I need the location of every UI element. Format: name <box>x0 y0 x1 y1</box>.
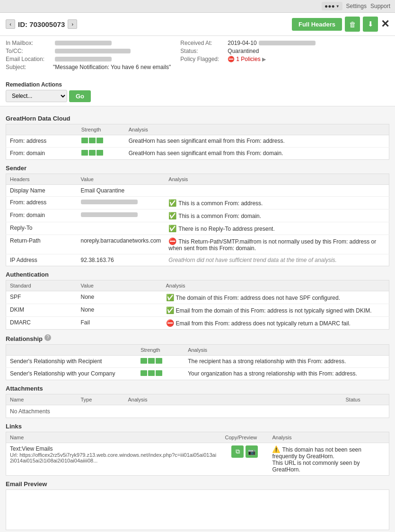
relationship-help-icon[interactable]: ? <box>44 334 51 341</box>
row-analysis: The recipient has a strong relationship … <box>184 356 389 368</box>
full-headers-button[interactable]: Full Headers <box>292 18 342 31</box>
att-col-analysis: Analysis <box>124 394 342 405</box>
strength-block <box>156 370 162 376</box>
italic-analysis: GreatHorn did not have sufficient trend … <box>168 257 337 263</box>
row-analysis: GreatHorn did not have sufficient trend … <box>165 254 389 266</box>
email-preview-title: Email Preview <box>6 480 389 488</box>
row-header: Return-Path <box>6 235 77 254</box>
prev-arrow[interactable]: ‹ <box>6 19 15 29</box>
no-attachments-text: No Attachments <box>6 405 389 418</box>
links-title: Links <box>6 423 389 430</box>
policy-error-icon: ⛔ <box>228 56 235 62</box>
remediation-select[interactable]: Select... <box>6 90 67 102</box>
row-label: From: address <box>6 135 78 148</box>
sender-col-analysis: Analysis <box>165 174 389 185</box>
table-row: SPF None ✅The domain of this From: addre… <box>6 291 389 304</box>
check-icon: ✅ <box>166 294 174 301</box>
table-row: Display Name Email Quarantine <box>6 185 389 197</box>
strength-block <box>140 370 147 376</box>
trash-button[interactable]: 🗑 <box>345 17 360 32</box>
strength-block <box>148 370 155 376</box>
row-analysis: ⛔Email from this From: address does not … <box>162 317 389 330</box>
row-header: Reply-To <box>6 222 77 235</box>
links-table: Name Copy/Preview Analysis Text:View Ema… <box>6 432 389 476</box>
strength-block <box>140 358 147 364</box>
links-col-copy: Copy/Preview <box>221 432 268 443</box>
download-button[interactable]: ⬇ <box>363 17 378 32</box>
error-icon: ⛔ <box>168 237 176 245</box>
to-cc-label: To/CC: <box>6 48 53 54</box>
user-dropdown[interactable]: ●●● ▼ <box>322 2 342 10</box>
greathorn-cloud-table: Strength Analysis From: address GreatHor… <box>6 124 389 160</box>
strength-block <box>81 150 88 156</box>
row-analysis: GreatHorn has seen significant email fro… <box>125 148 389 160</box>
row-standard: SPF <box>6 291 77 304</box>
received-at-label: Received At: <box>180 40 228 46</box>
link-name-cell: Text:View Emails Url: https://officex2rz… <box>6 443 221 476</box>
row-value: None <box>77 304 162 317</box>
sender-title: Sender <box>6 165 389 172</box>
remediation-label: Remediation Actions <box>6 81 91 88</box>
row-label: Sender's Relationship with your Company <box>6 368 137 380</box>
row-analysis: ✅The domain of this From: address does n… <box>162 291 389 304</box>
row-value <box>77 209 165 222</box>
strength-block <box>156 358 162 364</box>
support-link[interactable]: Support <box>370 3 390 9</box>
row-value: None <box>77 291 162 304</box>
policy-arrow-icon: ▶ <box>262 56 266 62</box>
att-col-status: Status <box>342 394 389 405</box>
preview-link-button[interactable]: 📷 <box>246 445 258 458</box>
row-analysis: ⛔This Return-Path/SMTP.mailfrom is not n… <box>165 235 389 254</box>
table-row: Sender's Relationship with your Company … <box>6 368 389 380</box>
copy-link-button[interactable]: ⧉ <box>231 445 244 458</box>
record-id: ID: 703005073 <box>18 20 65 28</box>
authentication-table: Standard Value Analysis SPF None ✅The do… <box>6 280 389 330</box>
content-area: GreatHorn Data Cloud Strength Analysis F… <box>0 106 395 532</box>
check-icon: ✅ <box>168 225 176 232</box>
att-col-type: Type <box>77 394 124 405</box>
error-icon: ⛔ <box>166 319 174 327</box>
col-blank-1 <box>6 124 78 135</box>
remediation-section: Remediation Actions Select... Go <box>6 81 91 102</box>
settings-link[interactable]: Settings <box>346 3 367 9</box>
warn-icon: ⚠️ <box>272 445 280 453</box>
rel-col-blank <box>6 345 137 356</box>
sender-col-headers: Headers <box>6 174 77 185</box>
go-button[interactable]: Go <box>69 90 91 102</box>
link-analysis-text: This domain has not been seen frequently… <box>272 446 361 473</box>
auth-col-value: Value <box>77 280 162 291</box>
table-row: Sender's Relationship with Recipient The… <box>6 356 389 368</box>
subject-label: Subject: <box>6 64 53 70</box>
row-strength <box>137 368 184 380</box>
in-mailbox-label: In Mailbox: <box>6 40 53 46</box>
strength-block <box>148 358 155 364</box>
check-icon: ✅ <box>168 199 176 207</box>
row-value <box>77 222 165 235</box>
in-mailbox-value <box>55 41 112 45</box>
strength-block <box>97 138 103 143</box>
attachments-title: Attachments <box>6 385 389 392</box>
download-icon: ⬇ <box>368 20 374 28</box>
relationship-title: Relationship <box>6 335 43 342</box>
row-value: noreply.barracudanetworks.com <box>77 235 165 254</box>
row-value: Email Quarantine <box>77 185 165 197</box>
next-arrow[interactable]: › <box>68 19 77 29</box>
att-col-name: Name <box>6 394 77 405</box>
row-header: From: address <box>6 197 77 209</box>
close-button[interactable]: ✕ <box>381 18 389 30</box>
row-analysis: ✅This is a common From: address. <box>165 197 389 209</box>
rel-col-strength: Strength <box>137 345 184 356</box>
row-analysis: GreatHorn has seen significant email fro… <box>125 135 389 148</box>
row-standard: DKIM <box>6 304 77 317</box>
row-analysis: ✅This is a common From: domain. <box>165 209 389 222</box>
table-row: From: address ✅This is a common From: ad… <box>6 197 389 209</box>
row-analysis: ✅There is no Reply-To address present. <box>165 222 389 235</box>
policy-badge: ⛔ 1 Policies ▶ <box>228 56 265 62</box>
status-label: Status: <box>180 48 228 54</box>
meta-mid: Received At: 2019-04-10 Status: Quaranti… <box>180 40 315 72</box>
copy-icon: ⧉ <box>236 448 240 455</box>
links-col-name: Name <box>6 432 221 443</box>
col-analysis-header: Analysis <box>125 124 389 135</box>
header-actions: Full Headers 🗑 ⬇ ✕ <box>292 17 389 32</box>
table-row: Return-Path noreply.barracudanetworks.co… <box>6 235 389 254</box>
